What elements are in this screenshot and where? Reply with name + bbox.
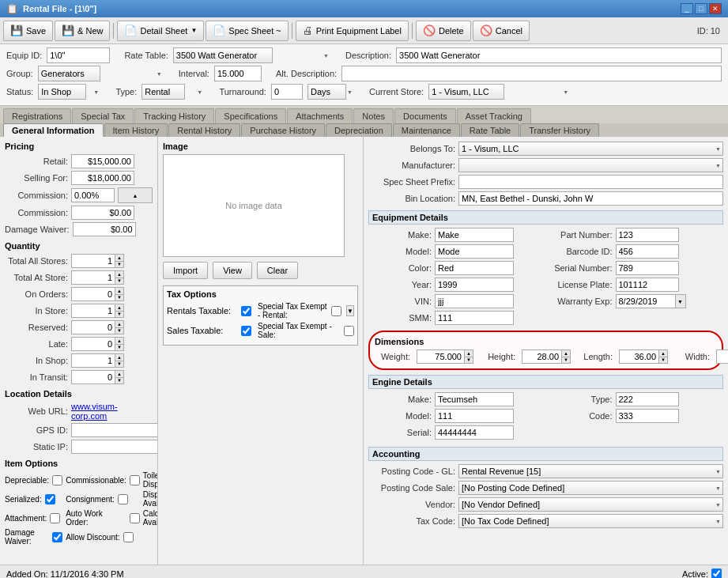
on-orders-input[interactable] <box>71 287 115 301</box>
total-at-store-down[interactable]: ▼ <box>115 278 124 285</box>
tab-asset-tracking[interactable]: Asset Tracking <box>457 108 531 123</box>
eq-vin-input[interactable] <box>435 294 514 308</box>
reserved-input[interactable] <box>71 320 115 334</box>
tab-special-tax[interactable]: Special Tax <box>72 108 134 123</box>
special-tax-rental-dropdown[interactable]: ▼ <box>346 305 354 316</box>
turnaround-unit-select[interactable]: Days <box>307 84 346 100</box>
commission-spin-up[interactable]: ▲ <box>118 187 153 203</box>
special-tax-rental-checkbox[interactable] <box>331 306 341 316</box>
current-store-select[interactable]: 1 - Visum, LLC <box>428 84 504 100</box>
commissionable-checkbox[interactable] <box>130 475 140 485</box>
in-store-input[interactable] <box>71 304 115 318</box>
consignment-checkbox[interactable] <box>118 494 128 504</box>
cancel-button[interactable]: 🚫 Cancel <box>473 21 530 41</box>
active-checkbox[interactable] <box>711 569 722 578</box>
spec-prefix-input[interactable] <box>458 175 723 189</box>
tab-rate-table[interactable]: Rate Table <box>461 123 519 137</box>
tab-attachments[interactable]: Attachments <box>287 108 353 123</box>
total-all-stores-up[interactable]: ▲ <box>115 254 124 261</box>
web-url-link[interactable]: www.visum-corp.com <box>71 402 153 421</box>
eq-partnum-input[interactable] <box>616 228 679 242</box>
special-tax-sale-checkbox[interactable] <box>344 326 354 336</box>
save-button[interactable]: 💾 Save <box>3 21 53 41</box>
reserved-down[interactable]: ▼ <box>115 327 124 335</box>
eq-make-input[interactable] <box>435 228 514 242</box>
rentals-taxable-checkbox[interactable] <box>241 306 251 316</box>
total-at-store-up[interactable]: ▲ <box>115 270 124 278</box>
warranty-dropdown-btn[interactable]: ▼ <box>675 294 686 308</box>
damage-waiver-opt-checkbox[interactable] <box>52 532 62 542</box>
minimize-button[interactable]: _ <box>681 3 693 14</box>
belongs-to-select[interactable]: 1 - Visum, LLC <box>458 142 723 156</box>
selling-for-input[interactable] <box>71 171 134 185</box>
weight-up[interactable]: ▲ <box>464 349 473 357</box>
gps-id-input[interactable] <box>71 423 158 437</box>
in-shop-input[interactable] <box>71 353 115 368</box>
tab-maintenance[interactable]: Maintenance <box>393 123 460 137</box>
height-down[interactable]: ▼ <box>561 357 571 365</box>
commission-pct-input[interactable] <box>71 188 115 202</box>
in-transit-up[interactable]: ▲ <box>115 370 124 377</box>
eq-barcode-input[interactable] <box>616 244 679 259</box>
eng-make-input[interactable] <box>435 392 514 406</box>
posting-gl-select[interactable]: Rental Revenue [15] <box>458 464 723 478</box>
eng-serial-input[interactable] <box>435 425 514 440</box>
in-transit-input[interactable] <box>71 370 115 384</box>
clear-button[interactable]: Clear <box>257 262 298 279</box>
eq-year-input[interactable] <box>435 278 514 292</box>
total-at-store-input[interactable] <box>71 270 115 285</box>
tab-purchase-history[interactable]: Purchase History <box>241 123 325 137</box>
eq-serial-input[interactable] <box>616 261 679 275</box>
rate-table-select[interactable]: 3500 Watt Generator <box>173 47 273 63</box>
retail-input[interactable] <box>71 154 134 168</box>
length-up[interactable]: ▲ <box>658 349 668 357</box>
spec-sheet-button[interactable]: 📄 Spec Sheet ~ <box>206 21 288 41</box>
length-down[interactable]: ▼ <box>658 357 668 365</box>
late-down[interactable]: ▼ <box>115 344 124 352</box>
tab-notes[interactable]: Notes <box>353 108 394 123</box>
delete-button[interactable]: 🚫 Delete <box>416 21 471 41</box>
late-up[interactable]: ▲ <box>115 337 124 344</box>
height-input[interactable] <box>522 349 561 364</box>
in-transit-down[interactable]: ▼ <box>115 377 124 385</box>
commission-dollar-input[interactable] <box>71 206 134 220</box>
sales-taxable-checkbox[interactable] <box>241 326 251 336</box>
serialized-checkbox[interactable] <box>45 494 55 504</box>
posting-sale-select[interactable]: [No Posting Code Defined] <box>458 481 723 495</box>
vendor-select[interactable]: [No Vendor Defined] <box>458 497 723 512</box>
type-select[interactable]: Rental <box>141 84 185 100</box>
eq-warranty-input[interactable] <box>616 294 675 308</box>
weight-down[interactable]: ▼ <box>464 357 473 365</box>
tab-transfer-history[interactable]: Transfer History <box>520 123 599 137</box>
save-new-button[interactable]: 💾 & New <box>55 21 110 41</box>
tab-rental-history[interactable]: Rental History <box>168 123 240 137</box>
on-orders-down[interactable]: ▼ <box>115 294 124 302</box>
manufacturer-select[interactable] <box>458 158 723 172</box>
group-select[interactable]: Generators <box>38 66 100 81</box>
equip-id-input[interactable] <box>47 47 110 63</box>
tab-registrations[interactable]: Registrations <box>3 108 71 123</box>
tab-depreciation[interactable]: Depreciation <box>326 123 392 137</box>
height-up[interactable]: ▲ <box>561 349 571 357</box>
width-input[interactable] <box>716 349 728 364</box>
depreciable-checkbox[interactable] <box>52 475 62 485</box>
static-ip-input[interactable] <box>71 440 158 454</box>
in-store-down[interactable]: ▼ <box>115 311 124 319</box>
attachment-checkbox[interactable] <box>50 513 60 523</box>
eq-smm-input[interactable] <box>435 311 514 325</box>
description-input[interactable] <box>396 47 722 63</box>
length-input[interactable] <box>619 349 658 364</box>
print-label-button[interactable]: 🖨 Print Equipment Label <box>296 21 409 41</box>
eng-code-input[interactable] <box>616 409 679 423</box>
eq-model-input[interactable] <box>435 244 514 259</box>
interval-input[interactable] <box>214 66 262 81</box>
on-orders-up[interactable]: ▲ <box>115 287 124 294</box>
eq-license-input[interactable] <box>616 278 679 292</box>
turnaround-input[interactable] <box>271 84 303 100</box>
in-shop-down[interactable]: ▼ <box>115 361 124 368</box>
alt-desc-input[interactable] <box>341 66 722 81</box>
bin-location-input[interactable] <box>458 191 723 206</box>
damage-waiver-input[interactable] <box>73 222 136 236</box>
eq-color-input[interactable] <box>435 261 514 275</box>
status-select[interactable]: In Shop <box>38 84 86 100</box>
